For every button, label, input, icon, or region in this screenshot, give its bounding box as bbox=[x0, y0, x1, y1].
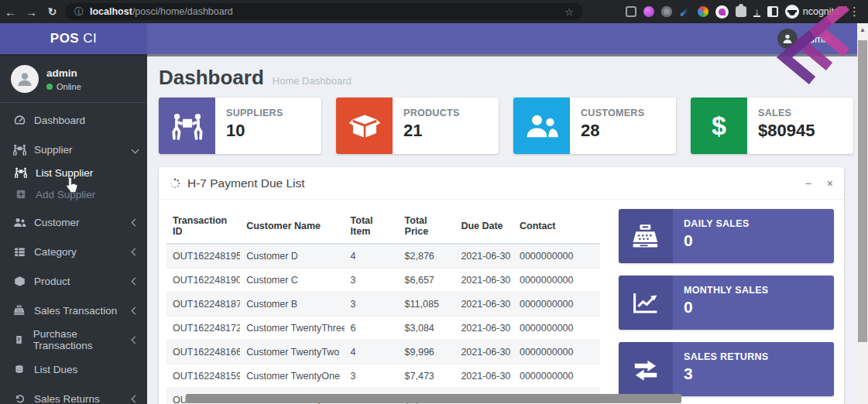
sidebar-item-add-supplier[interactable]: Add Supplier bbox=[0, 183, 147, 205]
address-bar[interactable]: ⓘ localhost /posci/home/dashboard ☆ bbox=[65, 3, 583, 20]
sidebar-item-list-dues[interactable]: List Dues bbox=[0, 357, 147, 382]
column-header: Customer Name bbox=[240, 209, 344, 244]
sidebar-item-label: Product bbox=[34, 276, 70, 287]
browser-forward-button[interactable]: → bbox=[21, 5, 42, 19]
user-avatar[interactable] bbox=[11, 65, 39, 93]
chart-line-icon bbox=[619, 276, 673, 330]
sidebar-username[interactable]: admin bbox=[46, 67, 81, 79]
sidebar-item-label: Customer bbox=[34, 217, 80, 228]
table-row: OUT1622481957Customer D4$2,8762021-06-30… bbox=[166, 244, 600, 269]
summary-label: MONTHLY SALES bbox=[684, 285, 834, 296]
people-carry-icon bbox=[159, 98, 215, 154]
screenshot-icon[interactable] bbox=[626, 6, 636, 17]
sidebar-user-panel: admin Online bbox=[0, 54, 147, 103]
card-header: H-7 Payment Due List − × bbox=[159, 167, 844, 200]
summary-value: 0 bbox=[684, 298, 834, 317]
download-icon[interactable]: ↓ bbox=[753, 7, 760, 17]
daily-sales-box: DAILY SALES 0 bbox=[619, 209, 834, 263]
table-header-row: Transaction ID Customer Name Total Item … bbox=[166, 209, 600, 244]
white-extension-icon[interactable] bbox=[715, 5, 729, 19]
scroll-up-arrow-icon[interactable]: ▲ bbox=[857, 26, 868, 33]
user-status: Online bbox=[46, 82, 81, 91]
puzzle-icon[interactable] bbox=[736, 6, 746, 17]
sidebar-item-sales-returns[interactable]: Sales Returns bbox=[0, 386, 147, 404]
pen-extension-icon[interactable] bbox=[680, 6, 690, 16]
incognito-label: ncognito bbox=[803, 6, 839, 17]
breadcrumb: Home Dashboard bbox=[273, 75, 352, 87]
sidebar-item-product[interactable]: Product bbox=[0, 269, 147, 293]
sidebar-item-dashboard[interactable]: Dashboard bbox=[0, 108, 147, 132]
sidebar-item-purchase-transactions[interactable]: Purchase Transactions bbox=[0, 327, 147, 352]
sidebar-item-label: Sales Returns bbox=[34, 393, 100, 404]
plus-square-icon bbox=[12, 189, 29, 200]
dashboard-icon bbox=[11, 114, 28, 127]
column-header: Total Item bbox=[345, 209, 399, 244]
colorful-extension-icon[interactable] bbox=[698, 6, 708, 17]
stat-box-suppliers: SUPPLIERS 10 bbox=[159, 98, 321, 154]
navbar-shadow bbox=[0, 54, 868, 56]
site-info-icon[interactable]: ⓘ bbox=[74, 5, 84, 19]
chevron-down-icon bbox=[132, 146, 139, 153]
brand-bold: POS bbox=[50, 31, 79, 46]
sidebar-item-label: Category bbox=[34, 246, 77, 258]
table-row: OUT1622481728Customer TwentyThree6$3,084… bbox=[166, 317, 600, 341]
chevron-left-icon bbox=[132, 277, 139, 285]
sidebar-item-label: List Dues bbox=[34, 364, 77, 375]
table-row: OUT1622481877Customer B3$11,0852021-06-3… bbox=[166, 293, 600, 317]
monthly-sales-box: MONTHLY SALES 0 bbox=[619, 276, 834, 330]
sales-summary-column: DAILY SALES 0 MONTHLY SALES 0 bbox=[619, 209, 834, 404]
incognito-badge: ncognito bbox=[785, 5, 839, 19]
url-host: localhost bbox=[90, 6, 132, 17]
users-icon bbox=[11, 217, 28, 228]
undo-icon bbox=[11, 393, 28, 404]
receipt-icon bbox=[11, 334, 27, 346]
horizontal-scrollbar-thumb[interactable] bbox=[186, 394, 681, 403]
users-icon bbox=[513, 98, 570, 154]
summary-value: 0 bbox=[684, 231, 834, 250]
bookmark-star-icon[interactable]: ☆ bbox=[564, 6, 574, 18]
column-header: Due Date bbox=[455, 209, 513, 244]
sidebar-item-supplier[interactable]: Supplier bbox=[0, 137, 147, 162]
online-dot-icon bbox=[46, 84, 53, 90]
chevron-left-icon bbox=[132, 306, 139, 314]
sidebar-item-category[interactable]: Category bbox=[0, 239, 147, 264]
stat-value: $80945 bbox=[758, 121, 815, 141]
browser-reload-button[interactable]: ↻ bbox=[42, 5, 63, 18]
summary-label: DAILY SALES bbox=[684, 218, 834, 229]
sidebar-item-label: Add Supplier bbox=[36, 189, 95, 200]
browser-back-button[interactable]: ← bbox=[0, 5, 21, 19]
browser-toolbar: ← → ↻ ⓘ localhost /posci/home/dashboard … bbox=[0, 0, 868, 23]
browser-extensions-area: ↓ ncognito ⋮ bbox=[626, 0, 860, 23]
content-header: Dashboard Home Dashboard bbox=[159, 66, 857, 90]
sidebar-item-label: List Supplier bbox=[36, 167, 93, 179]
sidebar-item-list-supplier[interactable]: List Supplier bbox=[0, 162, 147, 183]
purple-extension-icon[interactable] bbox=[643, 6, 654, 17]
people-carry-icon bbox=[12, 167, 29, 178]
close-button[interactable]: × bbox=[827, 178, 833, 189]
dollar-icon: $ bbox=[691, 98, 747, 154]
minimize-button[interactable]: − bbox=[805, 178, 811, 189]
online-label: Online bbox=[57, 82, 81, 91]
flower-extension-icon[interactable] bbox=[661, 6, 672, 17]
sidebar-item-label: Purchase Transactions bbox=[33, 328, 133, 351]
exchange-icon bbox=[619, 342, 673, 396]
browser-menu-button[interactable]: ⋮ bbox=[849, 5, 860, 19]
summary-label: SALES RETURNS bbox=[684, 351, 834, 362]
stat-label: SUPPLIERS bbox=[226, 108, 283, 118]
stat-box-customers: CUSTOMERS 28 bbox=[513, 98, 676, 154]
table-row: OUT1622481666Customer TwentyTwo4$9,99620… bbox=[166, 341, 600, 365]
navbar-username: admin bbox=[804, 33, 831, 45]
navbar-user-menu[interactable]: admin bbox=[777, 29, 831, 49]
url-path: /posci/home/dashboard bbox=[132, 6, 233, 17]
vertical-scrollbar-thumb[interactable] bbox=[858, 40, 867, 342]
cash-register-icon bbox=[619, 209, 673, 263]
brand-logo[interactable]: POS CI bbox=[0, 23, 147, 54]
box-icon bbox=[11, 276, 28, 287]
stat-box-products: PRODUCTS 21 bbox=[336, 98, 499, 154]
sidebar-toggle-icon[interactable] bbox=[767, 6, 778, 17]
stat-label: PRODUCTS bbox=[403, 108, 460, 118]
summary-value: 3 bbox=[684, 365, 834, 383]
vertical-scrollbar[interactable]: ▲ bbox=[857, 23, 868, 404]
sidebar-item-customer[interactable]: Customer bbox=[0, 210, 147, 235]
sidebar-item-sales-transaction[interactable]: Sales Transaction bbox=[0, 298, 147, 323]
